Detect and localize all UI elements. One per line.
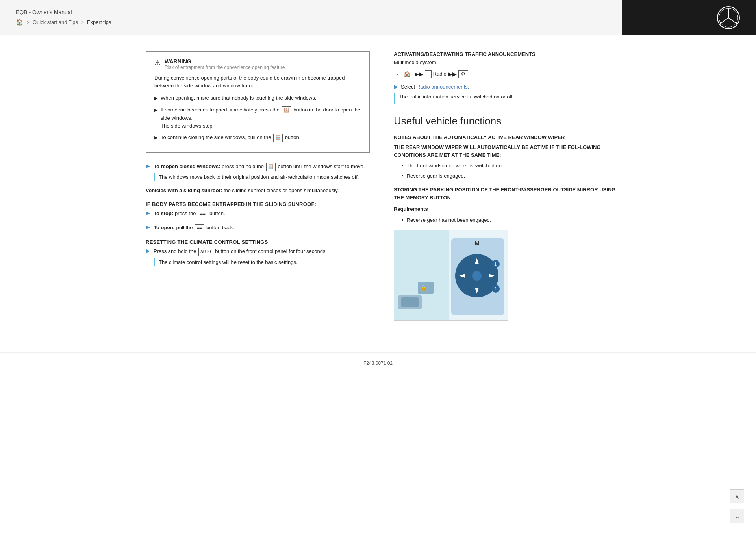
reopen-content: To reopen closed windows: press and hold… — [154, 163, 365, 181]
climate-content: Press and hold the AUTO button on the fr… — [154, 247, 327, 266]
traffic-note: The traffic information service is switc… — [399, 93, 514, 101]
blue-bar-1 — [154, 173, 155, 181]
condition-2-text: Reverse gear is engaged. — [407, 172, 465, 180]
open-button-icon: ▬▬ — [195, 224, 204, 232]
warning-triangle-icon: ⚠ — [154, 59, 161, 67]
warning-item-2: ▶ If someone becomes trapped, immediatel… — [154, 106, 361, 130]
climate-heading: RESETTING THE CLIMATE CONTROL SETTINGS — [146, 239, 370, 245]
breadcrumb-home-icon[interactable]: 🏠 — [16, 19, 24, 26]
body-entrapped-heading: IF BODY PARTS BECOME ENTRAPPED IN THE SL… — [146, 201, 370, 207]
warning-title-block: WARNING Risk of entrapment from the conv… — [165, 58, 285, 70]
window-button-icon-2: 🪟 — [273, 134, 283, 142]
warning-item-1: ▶ When opening, make sure that nobody is… — [154, 94, 361, 102]
warning-body: During convenience opening parts of the … — [154, 74, 361, 89]
right-column: ACTIVATING/DEACTIVATING TRAFFIC ANNOUNCE… — [394, 51, 618, 321]
blue-arrow-icon-stop: ▶ — [146, 210, 150, 216]
warning-items-list: ▶ When opening, make sure that nobody is… — [154, 94, 361, 142]
climate-item: ▶ Press and hold the AUTO button on the … — [146, 247, 370, 266]
reopen-note-item: The windows move back to their original … — [154, 173, 365, 181]
arrow-icon-2: ▶ — [154, 107, 158, 113]
arrow-icon-1: ▶ — [154, 95, 158, 102]
left-column: ⚠ WARNING Risk of entrapment from the co… — [146, 51, 370, 321]
open-bold: To open: — [154, 225, 175, 230]
blue-arrow-icon-open: ▶ — [146, 224, 150, 230]
condition-2: Reverse gear is engaged. — [402, 172, 618, 180]
requirements-label: Requirements — [394, 205, 618, 213]
blue-arrow-icon-climate: ▶ — [146, 248, 150, 254]
blue-arrow-icon-reopen: ▶ — [146, 163, 150, 169]
warning-title: WARNING — [165, 58, 285, 65]
breadcrumb-sep2: > — [81, 20, 84, 25]
warning-header: ⚠ WARNING Risk of entrapment from the co… — [154, 58, 361, 70]
multimedia-path: → 🏠 ▶▶ i Radio ▶▶ ⚙ — [394, 70, 618, 78]
useful-heading: Useful vehicle functions — [394, 115, 618, 127]
scroll-up-button[interactable]: ∧ — [730, 489, 744, 503]
footer: F243 0071 02 — [0, 352, 756, 374]
header: EQB - Owner's Manual 🏠 > Quick start and… — [0, 0, 756, 35]
stop-item: ▶ To stop: press the ▬▬ button. — [146, 210, 370, 218]
climate-note-item: The climate control settings will be res… — [154, 258, 327, 266]
condition-1: The front windscreen wiper is switched o… — [402, 162, 618, 170]
mirror-diagram-svg: M 1 2 🔒 — [394, 230, 508, 321]
select-radio-item: ▶ Select Radio announcements. — [394, 83, 618, 91]
mm-home-icon: 🏠 — [404, 71, 410, 77]
radio-announcements-link[interactable]: Radio announcements. — [417, 84, 469, 90]
mirror-req-1: Reverse gear has not been engaged. — [402, 216, 618, 224]
footer-code: F243 0071 02 — [363, 360, 393, 366]
mm-settings-box: ⚙ — [458, 70, 468, 78]
reopen-bold: To reopen closed windows: — [154, 163, 220, 169]
sunroof-bold: Vehicles with a sliding sunroof: — [146, 188, 222, 193]
mm-start-arrow: → — [394, 71, 399, 77]
reopen-button-icon: 🪟 — [266, 163, 276, 171]
blue-bar-2 — [154, 258, 155, 266]
svg-text:2: 2 — [494, 286, 497, 291]
climate-note: The climate control settings will be res… — [159, 258, 298, 266]
warning-item-text-3: To continue closing the side windows, pu… — [161, 134, 300, 142]
mirror-heading: STORING THE PARKING POSITION OF THE FRON… — [394, 186, 618, 201]
mercedes-logo-icon — [717, 6, 740, 30]
svg-text:M: M — [475, 240, 480, 247]
breadcrumb: 🏠 > Quick start and Tips > Expert tips — [16, 19, 606, 26]
stop-text: To stop: press the ▬▬ button. — [154, 210, 225, 218]
mm-home-box: 🏠 — [401, 70, 413, 78]
window-button-icon: 🪟 — [282, 106, 291, 115]
auto-button-icon: AUTO — [198, 248, 213, 256]
traffic-heading: ACTIVATING/DEACTIVATING TRAFFIC ANNOUNCE… — [394, 51, 618, 57]
mirror-req-1-text: Reverse gear has not been engaged. — [407, 216, 491, 224]
breadcrumb-current: Expert tips — [87, 19, 111, 25]
sunroof-text: Vehicles with a sliding sunroof: the sli… — [146, 187, 370, 195]
reopen-item: ▶ To reopen closed windows: press and ho… — [146, 163, 370, 181]
warning-item-3: ▶ To continue closing the side windows, … — [154, 134, 361, 142]
open-text: To open: pull the ▬▬ button back. — [154, 224, 234, 232]
condition-1-text: The front windscreen wiper is switched o… — [407, 162, 502, 170]
mirror-requirements-list: Reverse gear has not been engaged. — [402, 216, 618, 224]
reopen-note: The windows move back to their original … — [159, 173, 359, 181]
stop-bold: To stop: — [154, 210, 173, 216]
main-content: ⚠ WARNING Risk of entrapment from the co… — [122, 35, 634, 336]
mirror-diagram: M 1 2 🔒 — [394, 230, 508, 321]
right-bullet-arrow-1: ▶ — [394, 83, 398, 91]
reopen-text: To reopen closed windows: press and hold… — [154, 163, 365, 171]
svg-rect-20 — [401, 297, 419, 307]
rear-wiper-conditions: The front windscreen wiper is switched o… — [402, 162, 618, 180]
open-item: ▶ To open: pull the ▬▬ button back. — [146, 224, 370, 232]
scroll-down-button[interactable]: ⌄ — [730, 509, 744, 523]
header-left: EQB - Owner's Manual 🏠 > Quick start and… — [0, 0, 622, 35]
mm-info-box: i — [425, 70, 432, 78]
climate-text: Press and hold the AUTO button on the fr… — [154, 247, 327, 256]
mm-double-arrow-1: ▶▶ — [415, 71, 423, 77]
warning-subtitle: Risk of entrapment from the convenience … — [165, 65, 285, 70]
stop-button-icon: ▬▬ — [198, 210, 207, 218]
warning-item-text-2: If someone becomes trapped, immediately … — [161, 106, 361, 130]
breadcrumb-link1[interactable]: Quick start and Tips — [33, 19, 78, 25]
svg-point-13 — [472, 271, 482, 281]
mm-double-arrow-2: ▶▶ — [448, 71, 457, 77]
arrow-icon-3: ▶ — [154, 134, 158, 141]
rear-wiper-bold: THE REAR WINDOW WIPER WILL AUTOMATICALLY… — [394, 143, 618, 159]
rear-wiper-heading: NOTES ABOUT THE AUTOMATICALLY ACTIVE REA… — [394, 134, 618, 141]
breadcrumb-sep1: > — [27, 20, 30, 25]
right-blue-bar-1 — [394, 93, 395, 104]
svg-text:🔒: 🔒 — [421, 284, 428, 291]
manual-title: EQB - Owner's Manual — [16, 9, 606, 15]
svg-line-3 — [720, 18, 728, 24]
